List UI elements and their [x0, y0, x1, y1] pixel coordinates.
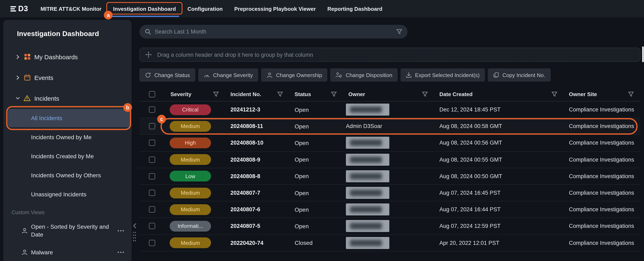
incident-no-cell: 20240807-6	[226, 201, 290, 217]
severity-cell: Medium	[166, 201, 226, 217]
table-row[interactable]: Medium20240807-6OpenAug 07, 2024 16:44 P…	[140, 201, 640, 218]
row-checkbox[interactable]	[149, 156, 155, 163]
row-checkbox[interactable]	[149, 173, 155, 179]
nav-item-label: Investigation Dashboard	[113, 6, 176, 12]
table-row[interactable]: High20240808-10OpenAug 08, 2024 00:56 GM…	[140, 135, 640, 151]
scrollbar-thumb[interactable]	[642, 46, 644, 62]
custom-view-malware[interactable]: Malware	[3, 243, 132, 261]
change-status-button[interactable]: Change Status	[140, 68, 195, 82]
table-row[interactable]: Medium20240807-7OpenAug 07, 2024 16:45 P…	[140, 185, 640, 201]
date-created-cell: Apr 20, 2022 12:01 PST	[434, 235, 564, 251]
row-checkbox[interactable]	[149, 240, 155, 246]
table-row[interactable]: Informati...20240807-5OpenAug 07, 2024 1…	[140, 218, 640, 235]
row-checkbox[interactable]	[149, 123, 155, 129]
column-filter-icon[interactable]	[628, 92, 634, 97]
chevron-right-icon	[16, 75, 20, 80]
column-header-label: Date Created	[440, 91, 472, 97]
export-icon	[406, 72, 412, 78]
table-header: SeverityIncident No.StatusOwnerDate Crea…	[140, 87, 640, 102]
export-selected-incident-s-button[interactable]: Export Selected Incident(s)	[400, 68, 485, 82]
change-disposition-button[interactable]: Change Disposition	[330, 68, 398, 82]
row-checkbox[interactable]	[149, 106, 155, 113]
column-filter-icon[interactable]	[552, 92, 557, 97]
owner-name: Admin D3Soar	[346, 123, 382, 129]
custom-view-menu-icon[interactable]	[116, 228, 126, 233]
custom-view-menu-icon[interactable]	[116, 250, 126, 255]
row-checkbox[interactable]	[149, 140, 155, 146]
table-row[interactable]: Critical20241212-3OpenDec 12, 2024 18:45…	[140, 102, 640, 118]
sidebar-item-label: Incidents Owned by Me	[31, 134, 92, 140]
nav-item-label: Reporting Dashboard	[328, 6, 382, 12]
search-input[interactable]	[155, 29, 393, 35]
owner-site-cell: Compliance Investigations	[564, 218, 640, 234]
column-header-owner-site[interactable]: Owner Site	[564, 87, 640, 101]
table-row[interactable]: Low20240808-8OpenAug 08, 2024 00:50 GMTC…	[140, 168, 640, 185]
search-filter-icon[interactable]	[396, 29, 402, 34]
owner-redacted-block	[346, 137, 389, 149]
change-ownership-icon	[266, 72, 273, 78]
change-severity-button[interactable]: Change Severity	[198, 68, 258, 82]
row-checkbox[interactable]	[149, 190, 155, 196]
nav-item-label: Configuration	[188, 6, 222, 12]
column-filter-icon[interactable]	[213, 92, 219, 97]
table-row[interactable]: Medium20240808-11OpenAdmin D3SoarAug 08,…	[140, 118, 640, 135]
column-filter-icon[interactable]	[331, 92, 337, 97]
sidebar-section-incidents[interactable]: Incidents	[3, 88, 132, 109]
sidebar-section-my-dashboards[interactable]: My Dashboards	[3, 46, 132, 67]
status-cell: Open	[290, 151, 344, 168]
nav-item-mitre-att-ck-monitor[interactable]: MITRE ATT&CK Monitor	[35, 0, 107, 18]
owner-site-cell: Compliance Investigations	[564, 135, 640, 151]
custom-view-open-sorted-by-severity-and-date[interactable]: Open - Sorted by Severity and Date	[3, 219, 132, 243]
column-header-severity[interactable]: Severity	[166, 87, 226, 101]
nav-item-configuration[interactable]: Configuration	[182, 0, 228, 18]
owner-cell	[344, 168, 434, 184]
scale-wrapper: D3 MITRE ATT&CK MonitorInvestigation Das…	[0, 0, 644, 261]
main-content: Drag a column header and drop it here to…	[136, 20, 644, 261]
copy-incident-no-button[interactable]: Copy Incident No.	[488, 68, 551, 82]
table-row[interactable]: Medium20220420-74ClosedApr 20, 2022 12:0…	[140, 235, 640, 251]
owner-redacted-block	[346, 153, 389, 165]
sidebar: Investigation Dashboard My DashboardsEve…	[3, 20, 132, 261]
group-by-dropzone[interactable]: Drag a column header and drop it here to…	[140, 48, 640, 62]
table-row[interactable]: Medium20240808-9OpenAug 08, 2024 00:55 G…	[140, 151, 640, 168]
nav-item-reporting-dashboard[interactable]: Reporting Dashboard	[322, 0, 388, 18]
owner-redacted-block	[346, 104, 389, 116]
sidebar-item-incidents-owned-by-others[interactable]: Incidents Owned by Others	[3, 166, 132, 185]
nav-item-preprocessing-playbook-viewer[interactable]: Preprocessing Playbook Viewer	[228, 0, 322, 18]
incident-no-cell: 20240808-8	[226, 168, 290, 184]
select-all-checkbox[interactable]	[149, 91, 155, 97]
sidebar-item-unassigned-incidents[interactable]: Unassigned Incidents	[3, 185, 132, 204]
severity-badge: Medium	[170, 187, 211, 198]
incident-no-cell: 20240808-11	[226, 118, 290, 134]
sidebar-sections: My DashboardsEventsIncidentsAll Incident…	[3, 46, 132, 204]
column-header-status[interactable]: Status	[290, 87, 344, 101]
sidebar-item-label: Incidents Created by Me	[31, 153, 94, 159]
column-filter-icon[interactable]	[422, 92, 428, 97]
d3-logo[interactable]: D3	[10, 4, 28, 13]
sidebar-section-events[interactable]: Events	[3, 67, 132, 88]
status-cell: Open	[290, 185, 344, 201]
date-created-cell: Aug 08, 2024 00:56 GMT	[434, 135, 564, 151]
nav-item-investigation-dashboard[interactable]: Investigation Dashboarda	[107, 0, 182, 18]
severity-cell: Low	[166, 168, 226, 184]
sidebar-collapse-icon[interactable]	[133, 223, 136, 228]
sidebar-item-all-incidents[interactable]: All Incidentsb	[8, 109, 130, 127]
sidebar-drag-handle-icon[interactable]	[132, 231, 136, 242]
owner-cell	[344, 185, 434, 201]
change-ownership-button[interactable]: Change Ownership	[261, 68, 328, 82]
column-header-date-created[interactable]: Date Created	[434, 87, 564, 101]
owner-site-cell: Compliance Investigations	[564, 235, 640, 251]
row-checkbox[interactable]	[149, 223, 155, 229]
row-select-cell	[140, 218, 166, 234]
status-cell: Open	[290, 102, 344, 118]
row-checkbox[interactable]	[149, 206, 155, 212]
sidebar-item-incidents-owned-by-me[interactable]: Incidents Owned by Me	[3, 128, 132, 147]
column-header-owner[interactable]: Owner	[344, 87, 434, 101]
column-filter-icon[interactable]	[277, 92, 283, 97]
sidebar-item-incidents-created-by-me[interactable]: Incidents Created by Me	[3, 147, 132, 166]
column-header-incident-no[interactable]: Incident No.	[226, 87, 290, 101]
sidebar-section-label: Incidents	[34, 95, 59, 102]
owner-cell	[344, 218, 434, 234]
owner-site-cell: Compliance Investigations	[564, 151, 640, 168]
sidebar-section-label: My Dashboards	[34, 53, 78, 60]
